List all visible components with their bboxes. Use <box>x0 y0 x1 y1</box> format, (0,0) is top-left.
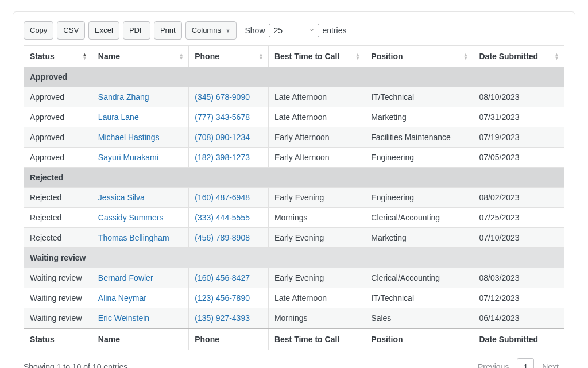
previous-page[interactable]: Previous <box>472 359 514 369</box>
col-footer-name: Name <box>92 328 188 350</box>
cell-phone: (456) 789-8908 <box>189 227 269 247</box>
col-header-best-time[interactable]: Best Time to Call ▲▼ <box>268 45 365 67</box>
cell-best-time: Early Evening <box>268 227 365 247</box>
col-footer-phone: Phone <box>189 328 269 350</box>
sort-icon: ▲▼ <box>355 53 360 60</box>
pdf-button[interactable]: PDF <box>123 21 150 40</box>
cell-position: Engineering <box>365 147 473 167</box>
cell-best-time: Early Afternoon <box>268 127 365 147</box>
cell-phone-link[interactable]: (333) 444-5555 <box>195 213 250 222</box>
col-header-status[interactable]: Status ▲▼ <box>24 45 92 67</box>
cell-phone-link[interactable]: (345) 678-9090 <box>195 92 250 102</box>
cell-phone: (182) 398-1273 <box>189 147 269 167</box>
cell-name-link[interactable]: Bernard Fowler <box>98 273 153 282</box>
cell-name: Alina Neymar <box>92 288 188 308</box>
cell-position: IT/Technical <box>365 288 473 308</box>
table-row: ApprovedMichael Hastings(708) 090-1234Ea… <box>24 127 564 147</box>
cell-status: Rejected <box>24 227 92 247</box>
data-table-container: Copy CSV Excel PDF Print Columns ▼ Show … <box>13 11 575 368</box>
cell-name: Laura Lane <box>92 107 188 127</box>
cell-phone: (160) 456-8427 <box>189 268 269 288</box>
cell-phone-link[interactable]: (777) 343-5678 <box>195 113 250 122</box>
cell-best-time: Late Afternoon <box>268 107 365 127</box>
group-label: Approved <box>24 67 564 87</box>
col-header-name[interactable]: Name ▲▼ <box>92 45 188 67</box>
cell-status: Approved <box>24 87 92 107</box>
col-footer-date: Date Submitted <box>473 328 564 350</box>
cell-status: Waiting review <box>24 268 92 288</box>
cell-name-link[interactable]: Sayuri Murakami <box>98 153 158 162</box>
group-label: Rejected <box>24 167 564 187</box>
cell-date: 06/14/2023 <box>473 308 564 328</box>
cell-date: 07/25/2023 <box>473 207 564 227</box>
cell-date: 08/03/2023 <box>473 268 564 288</box>
cell-phone: (333) 444-5555 <box>189 207 269 227</box>
cell-status: Rejected <box>24 207 92 227</box>
table-row: RejectedCassidy Summers(333) 444-5555Mor… <box>24 207 564 227</box>
cell-phone: (135) 927-4393 <box>189 308 269 328</box>
cell-position: Marketing <box>365 227 473 247</box>
next-page[interactable]: Next <box>536 359 564 369</box>
sort-icon: ▲▼ <box>463 53 469 60</box>
cell-phone-link[interactable]: (182) 398-1273 <box>195 153 250 162</box>
copy-button[interactable]: Copy <box>24 21 53 40</box>
cell-date: 07/05/2023 <box>473 147 564 167</box>
cell-phone-link[interactable]: (160) 456-8427 <box>195 273 250 282</box>
csv-button[interactable]: CSV <box>57 21 85 40</box>
sort-icon: ▲▼ <box>258 53 264 60</box>
cell-phone: (160) 487-6948 <box>189 187 269 207</box>
length-menu-entries-label: entries <box>323 26 347 35</box>
table-body: ApprovedApprovedSandra Zhang(345) 678-90… <box>24 67 564 328</box>
sort-icon: ▲▼ <box>82 53 87 60</box>
length-menu-show-label: Show <box>245 26 265 35</box>
cell-name-link[interactable]: Sandra Zhang <box>98 92 149 102</box>
cell-status: Approved <box>24 127 92 147</box>
cell-position: Engineering <box>365 187 473 207</box>
cell-status: Approved <box>24 147 92 167</box>
cell-name: Cassidy Summers <box>92 207 188 227</box>
cell-phone-link[interactable]: (160) 487-6948 <box>195 193 250 202</box>
excel-button[interactable]: Excel <box>88 21 119 40</box>
cell-name-link[interactable]: Jessica Silva <box>98 193 145 202</box>
cell-status: Approved <box>24 107 92 127</box>
cell-name-link[interactable]: Laura Lane <box>98 113 139 122</box>
cell-best-time: Mornings <box>268 308 365 328</box>
table-row: Waiting reviewBernard Fowler(160) 456-84… <box>24 268 564 288</box>
cell-phone-link[interactable]: (123) 456-7890 <box>195 293 250 303</box>
cell-phone: (777) 343-5678 <box>189 107 269 127</box>
col-header-date[interactable]: Date Submitted ▲▼ <box>473 45 564 67</box>
sort-icon: ▲▼ <box>554 53 559 60</box>
cell-best-time: Late Afternoon <box>268 288 365 308</box>
cell-position: Marketing <box>365 107 473 127</box>
cell-phone-link[interactable]: (708) 090-1234 <box>195 133 250 142</box>
page-1[interactable]: 1 <box>517 358 534 369</box>
table-row: ApprovedSayuri Murakami(182) 398-1273Ear… <box>24 147 564 167</box>
print-button[interactable]: Print <box>154 21 182 40</box>
cell-name-link[interactable]: Michael Hastings <box>98 133 160 142</box>
group-header: Rejected <box>24 167 564 187</box>
table-row: ApprovedSandra Zhang(345) 678-9090Late A… <box>24 87 564 107</box>
cell-date: 08/10/2023 <box>473 87 564 107</box>
cell-phone-link[interactable]: (135) 927-4393 <box>195 313 250 323</box>
cell-name-link[interactable]: Eric Weinstein <box>98 313 149 323</box>
columns-button[interactable]: Columns ▼ <box>185 21 237 40</box>
cell-name-link[interactable]: Alina Neymar <box>98 293 146 303</box>
cell-name-link[interactable]: Cassidy Summers <box>98 213 164 222</box>
cell-position: Clerical/Accounting <box>365 207 473 227</box>
cell-date: 07/31/2023 <box>473 107 564 127</box>
cell-name-link[interactable]: Thomas Bellingham <box>98 233 169 242</box>
cell-name: Sandra Zhang <box>92 87 188 107</box>
cell-name: Bernard Fowler <box>92 268 188 288</box>
entries-select[interactable]: 25 <box>269 24 319 37</box>
col-header-position[interactable]: Position ▲▼ <box>365 45 473 67</box>
cell-phone-link[interactable]: (456) 789-8908 <box>195 233 250 242</box>
cell-date: 07/12/2023 <box>473 288 564 308</box>
table-row: RejectedJessica Silva(160) 487-6948Early… <box>24 187 564 207</box>
cell-best-time: Early Evening <box>268 268 365 288</box>
cell-date: 08/02/2023 <box>473 187 564 207</box>
col-header-phone[interactable]: Phone ▲▼ <box>189 45 269 67</box>
cell-status: Waiting review <box>24 308 92 328</box>
table-footer: Showing 1 to 10 of 10 entries Previous 1… <box>24 358 564 369</box>
col-footer-position: Position <box>365 328 473 350</box>
cell-name: Sayuri Murakami <box>92 147 188 167</box>
